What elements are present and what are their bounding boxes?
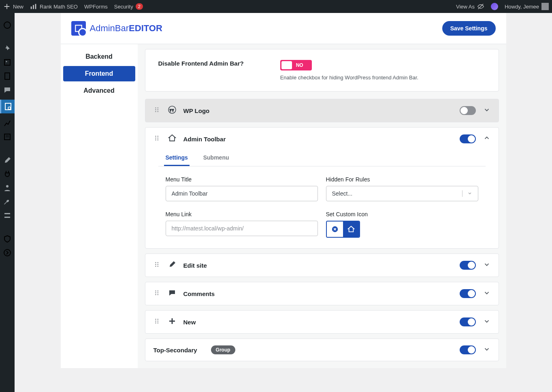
svg-point-43 (157, 294, 158, 295)
chevron-down-icon[interactable] (483, 106, 490, 115)
svg-point-18 (155, 107, 156, 109)
svg-point-47 (157, 319, 158, 320)
drag-handle-icon[interactable] (153, 134, 161, 143)
account-menu[interactable]: Howdy, Jemee (505, 3, 549, 10)
settings-menu-item[interactable] (3, 211, 11, 219)
comment-icon (3, 86, 11, 94)
svg-point-41 (157, 290, 158, 292)
inner-tab-submenu[interactable]: Submenu (202, 150, 231, 166)
group-badge: Group (211, 345, 235, 354)
wp-logo-switch[interactable] (460, 106, 476, 115)
comments-switch[interactable] (460, 289, 476, 298)
chevron-down-icon[interactable] (483, 289, 490, 298)
new-menu[interactable]: New (3, 3, 23, 10)
svg-rect-7 (5, 73, 10, 79)
inner-tab-settings[interactable]: Settings (164, 150, 190, 166)
media-icon (3, 58, 11, 66)
svg-rect-5 (4, 60, 10, 65)
item-wp-logo: WP Logo (145, 99, 499, 122)
plugins-menu[interactable] (3, 170, 11, 178)
wp-logo-title: WP Logo (183, 107, 452, 114)
adminbar-editor-menu[interactable] (0, 100, 15, 113)
svg-point-34 (155, 266, 156, 267)
media-menu[interactable] (3, 58, 11, 66)
disable-toggle[interactable]: NO (280, 60, 312, 70)
analytics-menu[interactable] (3, 119, 11, 127)
svg-point-44 (155, 319, 156, 320)
svg-point-27 (155, 139, 156, 141)
wpforms-menu[interactable]: WPForms (84, 4, 108, 10)
svg-point-35 (157, 262, 158, 263)
menu-link-label: Menu Link (166, 211, 318, 217)
menu-title-input[interactable] (166, 186, 318, 201)
home-icon (168, 134, 176, 144)
posts-menu[interactable] (3, 45, 11, 53)
users-menu[interactable] (3, 184, 11, 192)
edit-site-switch[interactable] (460, 261, 476, 270)
tab-backend[interactable]: Backend (63, 49, 135, 64)
drag-handle-icon[interactable] (153, 317, 161, 326)
rankmath-menu[interactable]: Rank Math SEO (30, 3, 78, 10)
page-icon (3, 72, 11, 80)
shield-menu[interactable] (3, 235, 11, 243)
comments-menu[interactable] (3, 86, 11, 94)
svg-point-30 (157, 139, 158, 141)
svg-point-26 (155, 138, 156, 139)
drag-handle-icon[interactable] (153, 106, 161, 115)
svg-point-32 (155, 262, 156, 263)
new-switch[interactable] (460, 317, 476, 326)
item-top-secondary: Top-Secondary Group (145, 339, 499, 361)
save-button[interactable]: Save Settings (442, 21, 496, 36)
appearance-menu[interactable] (3, 156, 11, 164)
dashboard-menu[interactable] (3, 21, 11, 29)
picked-icon-button[interactable] (343, 222, 359, 237)
admin-toolbar-title: Admin Toolbar (183, 136, 452, 143)
drag-handle-icon[interactable] (153, 261, 161, 270)
svg-point-49 (157, 322, 158, 324)
item-edit-site: Edit site (145, 254, 499, 277)
svg-point-48 (157, 321, 158, 322)
wp-admin-bar: New Rank Math SEO WPForms Security 2 Vie… (0, 0, 552, 13)
plugin-logo-icon (71, 21, 86, 36)
drag-handle-icon[interactable] (153, 289, 161, 298)
chevron-down-icon[interactable] (483, 261, 490, 270)
edit-site-title: Edit site (183, 262, 452, 269)
eye-slash-icon (477, 3, 484, 10)
svg-point-36 (157, 264, 158, 265)
svg-point-42 (157, 292, 158, 294)
clear-icon-button[interactable] (327, 222, 343, 237)
security-menu[interactable]: Security 2 (114, 3, 143, 10)
admin-toolbar-switch[interactable] (460, 134, 476, 143)
wordpress-icon (168, 106, 176, 115)
toggle-no-label: NO (296, 62, 303, 68)
forms-menu[interactable] (3, 133, 11, 141)
tools-menu[interactable] (3, 198, 11, 206)
svg-point-29 (157, 138, 158, 139)
chevron-down-icon[interactable] (483, 317, 490, 326)
chart-icon (3, 119, 11, 127)
plugin-header: AdminBarEDITOR Save Settings (61, 13, 506, 44)
plus-icon (168, 317, 176, 327)
svg-point-23 (157, 111, 158, 112)
hidden-rules-label: Hidden For Rules (326, 176, 478, 183)
menu-link-input[interactable] (166, 221, 318, 236)
custom-icon-label: Set Custom Icon (326, 211, 478, 217)
comments-title: Comments (183, 290, 452, 297)
collapse-menu[interactable] (3, 249, 11, 257)
security-badge: 2 (136, 3, 143, 10)
viewas-menu[interactable]: View As (456, 3, 484, 10)
svg-point-22 (157, 109, 158, 111)
hidden-rules-select[interactable]: Select... (326, 186, 478, 201)
avatar-icon (541, 3, 549, 10)
secondary-avatar-icon[interactable] (491, 3, 498, 10)
tab-frontend[interactable]: Frontend (63, 66, 135, 81)
top-secondary-switch[interactable] (460, 345, 476, 354)
form-icon (3, 133, 11, 141)
chevron-up-icon[interactable] (483, 134, 490, 143)
pages-menu[interactable] (3, 72, 11, 80)
tab-advanced[interactable]: Advanced (63, 83, 135, 98)
chevron-down-icon[interactable] (483, 345, 490, 354)
pin-icon (3, 45, 11, 53)
svg-rect-1 (33, 5, 34, 9)
svg-point-16 (4, 249, 11, 256)
